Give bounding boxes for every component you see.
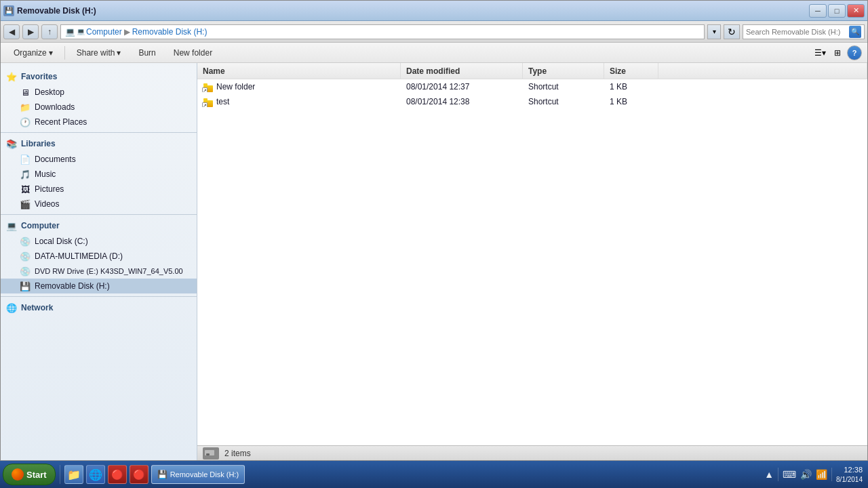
- sidebar-section-network: 🌐 Network: [1, 300, 197, 316]
- sidebar-item-removable-disk[interactable]: 💾 Removable Disk (H:): [1, 279, 197, 293]
- recent-places-label: Recent Places: [35, 117, 87, 127]
- sidebar-item-data-multimedia[interactable]: 💿 DATA-MULTIMEDIA (D:): [1, 249, 197, 264]
- search-input[interactable]: [746, 28, 846, 36]
- computer-label: Computer: [21, 221, 60, 230]
- address-path[interactable]: 💻 💻 Computer ▶ Removable Disk (H:): [60, 24, 705, 39]
- help-button[interactable]: ?: [847, 45, 862, 60]
- view-grid-button[interactable]: ⊞: [829, 45, 846, 60]
- file-size-2: 1 KB: [610, 97, 627, 106]
- taskbar-app-1-icon[interactable]: 🔴: [108, 465, 127, 484]
- organize-button[interactable]: Organize ▾: [6, 45, 60, 61]
- breadcrumb-separator-1: ▶: [124, 27, 130, 37]
- maximize-button[interactable]: □: [828, 4, 846, 18]
- breadcrumb-computer[interactable]: 💻: [65, 27, 75, 37]
- pictures-icon: 🖼: [20, 184, 31, 195]
- file-size-cell-1: 1 KB: [604, 82, 658, 92]
- window-icon: 💾: [3, 5, 14, 16]
- tray-speaker-icon[interactable]: 🔊: [800, 469, 812, 480]
- dvd-icon: 💿: [20, 266, 31, 277]
- view-icons: ☰▾ ⊞ ?: [812, 45, 862, 60]
- sidebar-section-favorites: ⭐ Favorites 🖥 Desktop 📁 Downloads 🕐 Rece…: [1, 68, 197, 129]
- recent-places-icon: 🕐: [20, 117, 31, 127]
- status-item-count: 2 items: [224, 449, 251, 458]
- data-multimedia-icon: 💿: [20, 251, 31, 262]
- back-button[interactable]: ◀: [3, 24, 20, 39]
- search-button[interactable]: 🔍: [849, 26, 861, 38]
- taskbar-explorer-button[interactable]: 💾 Removable Disk (H:): [151, 465, 245, 484]
- libraries-icon: 📚: [6, 138, 17, 149]
- sidebar-item-recent-places[interactable]: 🕐 Recent Places: [1, 115, 197, 129]
- title-bar: 💾 Removable Disk (H:) ─ □ ✕: [1, 1, 867, 21]
- forward-button[interactable]: ▶: [22, 24, 39, 39]
- minimize-button[interactable]: ─: [809, 4, 827, 18]
- address-dropdown-button[interactable]: ▾: [707, 24, 721, 39]
- organize-dropdown-icon: ▾: [49, 48, 53, 58]
- file-list: ↗ New folder 08/01/2014 12:37 Shortcut 1…: [197, 79, 867, 445]
- organize-label: Organize: [14, 48, 47, 58]
- burn-button[interactable]: Burn: [131, 45, 163, 61]
- removable-disk-label: Removable Disk (H:): [35, 281, 110, 291]
- search-box: 🔍: [743, 24, 865, 39]
- tray-separator: [778, 468, 778, 481]
- tray-keyboard-icon[interactable]: ⌨: [783, 469, 796, 480]
- table-row[interactable]: ↗ New folder 08/01/2014 12:37 Shortcut 1…: [197, 79, 867, 94]
- view-details-button[interactable]: ☰▾: [812, 45, 828, 60]
- file-size-cell-2: 1 KB: [604, 97, 658, 106]
- sidebar-libraries-header[interactable]: 📚 Libraries: [1, 136, 197, 152]
- col-header-date[interactable]: Date modified: [401, 63, 523, 79]
- system-clock[interactable]: 12:38 8/1/2014: [836, 465, 863, 483]
- pictures-label: Pictures: [35, 184, 64, 194]
- sidebar-item-music[interactable]: 🎵 Music: [1, 167, 197, 182]
- new-folder-button[interactable]: New folder: [166, 45, 220, 61]
- computer-icon: 💻: [6, 220, 17, 231]
- col-header-name[interactable]: Name: [197, 63, 401, 79]
- music-label: Music: [35, 169, 56, 179]
- col-size-label: Size: [610, 66, 626, 76]
- share-with-button[interactable]: Share with ▾: [69, 45, 129, 61]
- main-area: ⭐ Favorites 🖥 Desktop 📁 Downloads 🕐 Rece…: [1, 63, 867, 460]
- sidebar-network-header[interactable]: 🌐 Network: [1, 300, 197, 316]
- title-bar-controls: ─ □ ✕: [809, 4, 865, 18]
- start-label: Start: [26, 470, 47, 480]
- close-button[interactable]: ✕: [847, 4, 865, 18]
- breadcrumb-removable-disk[interactable]: Removable Disk (H:): [132, 27, 208, 37]
- col-date-label: Date modified: [406, 66, 460, 76]
- dvd-label: DVD RW Drive (E:) K43SD_WIN7_64_V5.00: [35, 267, 183, 275]
- local-disk-icon: 💿: [20, 236, 31, 247]
- sidebar-item-local-disk[interactable]: 💿 Local Disk (C:): [1, 234, 197, 249]
- start-button[interactable]: Start: [3, 464, 56, 485]
- disk-status-icon: [203, 447, 219, 460]
- file-type-cell-2: Shortcut: [523, 97, 604, 106]
- up-button[interactable]: ↑: [41, 24, 58, 39]
- sidebar-computer-header[interactable]: 💻 Computer: [1, 218, 197, 234]
- favorites-icon: ⭐: [6, 71, 17, 82]
- taskbar-browser-icon[interactable]: 🌐: [86, 465, 105, 484]
- sidebar-item-downloads[interactable]: 📁 Downloads: [1, 100, 197, 115]
- toolbar: Organize ▾ Share with ▾ Burn New folder …: [1, 43, 867, 63]
- col-type-label: Type: [528, 66, 547, 76]
- file-icon-1: ↗: [203, 81, 214, 92]
- col-header-size[interactable]: Size: [604, 63, 658, 79]
- sidebar-item-desktop[interactable]: 🖥 Desktop: [1, 85, 197, 100]
- sidebar-item-videos[interactable]: 🎬 Videos: [1, 197, 197, 211]
- taskbar-app-2-icon[interactable]: 🔴: [130, 465, 149, 484]
- music-icon: 🎵: [20, 169, 31, 180]
- videos-icon: 🎬: [20, 199, 31, 209]
- downloads-icon: 📁: [20, 102, 31, 113]
- refresh-button[interactable]: ↻: [724, 24, 740, 39]
- tray-arrow-icon[interactable]: ▲: [764, 469, 774, 480]
- taskbar-file-explorer-icon[interactable]: 📁: [64, 465, 83, 484]
- sidebar-item-documents[interactable]: 📄 Documents: [1, 152, 197, 167]
- desktop-label: Desktop: [35, 87, 64, 97]
- table-row[interactable]: ↗ test 08/01/2014 12:38 Shortcut 1 KB: [197, 94, 867, 109]
- tray-network-icon[interactable]: 📶: [816, 469, 827, 480]
- col-header-type[interactable]: Type: [523, 63, 604, 79]
- favorites-label: Favorites: [21, 72, 57, 81]
- file-size-1: 1 KB: [610, 82, 627, 92]
- breadcrumb-computer-label[interactable]: Computer: [86, 27, 122, 37]
- sidebar-favorites-header[interactable]: ⭐ Favorites: [1, 68, 197, 85]
- sidebar-item-pictures[interactable]: 🖼 Pictures: [1, 182, 197, 197]
- explorer-window: 💾 Removable Disk (H:) ─ □ ✕ ◀ ▶ ↑ 💻 💻 Co…: [0, 0, 868, 461]
- file-name-1: New folder: [216, 82, 255, 92]
- sidebar-item-dvd[interactable]: 💿 DVD RW Drive (E:) K43SD_WIN7_64_V5.00: [1, 264, 197, 279]
